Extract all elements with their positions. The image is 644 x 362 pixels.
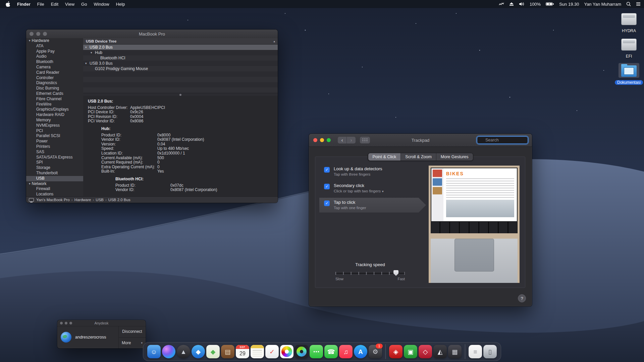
sidebar-item-bluetooth[interactable]: Bluetooth xyxy=(26,59,83,65)
dock-dark-app-2-icon[interactable]: ▦ xyxy=(448,345,462,358)
desktop-icon-dokumentasi[interactable]: Dokumentasi xyxy=(614,63,644,85)
dock-document-icon[interactable]: ≡ xyxy=(469,345,482,358)
disclosure-triangle-icon[interactable]: ▾ xyxy=(91,51,95,54)
show-all-preferences-button[interactable] xyxy=(360,137,370,143)
dock-red-app-2-icon[interactable]: ◇ xyxy=(419,345,432,358)
sidebar-item-camera[interactable]: Camera xyxy=(26,65,83,70)
sidebar-item-audio[interactable]: Audio xyxy=(26,54,83,59)
back-button[interactable]: ‹ xyxy=(338,137,347,143)
minimize-button[interactable] xyxy=(65,322,67,324)
dock-finder-icon[interactable]: ☺ xyxy=(147,345,161,358)
dock-safari-icon[interactable]: ◆ xyxy=(192,345,205,358)
disclosure-triangle-icon[interactable]: ▾ xyxy=(29,38,31,44)
stats-icon[interactable] xyxy=(499,2,504,6)
dock-messages-icon[interactable]: ⋯ xyxy=(310,345,323,358)
volume-icon[interactable] xyxy=(519,2,525,6)
help-button[interactable]: ? xyxy=(518,294,526,302)
dock-photos-icon[interactable] xyxy=(280,345,293,358)
close-button[interactable] xyxy=(313,138,317,142)
sidebar-item-nvmexpress[interactable]: NVMExpress xyxy=(26,123,83,128)
option-look-up-data-detectors[interactable]: ✓Look up & data detectorsTap with three … xyxy=(319,164,427,179)
dock-colorful-app-icon[interactable] xyxy=(295,345,308,358)
desktop-icon-efi[interactable]: EFI xyxy=(614,38,644,59)
dock-siri-icon[interactable] xyxy=(162,345,175,358)
sidebar-item-pci[interactable]: PCI xyxy=(26,128,83,134)
menu-file[interactable]: File xyxy=(37,2,44,7)
sidebar-item-graphics-displays[interactable]: Graphics/Displays xyxy=(26,107,83,112)
device-tree-row-usb-2-0-bus[interactable]: ▾USB 2.0 Bus xyxy=(83,45,278,50)
sidebar-item-spi[interactable]: SPI xyxy=(26,160,83,165)
close-button[interactable] xyxy=(30,32,34,36)
sidebar-group-network[interactable]: ▾Network xyxy=(26,181,83,187)
zoom-button[interactable] xyxy=(69,322,72,324)
sidebar-item-ethernet-cards[interactable]: Ethernet Cards xyxy=(26,91,83,97)
sidebar-item-memory[interactable]: Memory xyxy=(26,118,83,123)
breadcrumb-item[interactable]: USB 2.0 Bus xyxy=(108,198,130,202)
dock-green-app-icon[interactable]: ▣ xyxy=(404,345,417,358)
sidebar-item-usb[interactable]: USB xyxy=(26,176,83,181)
tracking-speed-slider[interactable] xyxy=(335,270,405,276)
checkbox-secondary-click[interactable]: ✓ xyxy=(324,184,330,189)
desktop-icon-hydra[interactable]: HYDRA xyxy=(614,12,644,34)
tab-scroll-zoom[interactable]: Scroll & Zoom xyxy=(401,153,436,161)
forward-button[interactable]: › xyxy=(347,137,356,143)
minimize-button[interactable] xyxy=(36,32,40,36)
device-tree-row-hub[interactable]: ▾Hub xyxy=(83,50,278,55)
option-tap-to-click[interactable]: ✓Tap to clickTap with one finger xyxy=(319,198,426,213)
sidebar-group-hardware[interactable]: ▾Hardware xyxy=(26,38,83,44)
sidebar-item-controller[interactable]: Controller xyxy=(26,75,83,81)
menu-clock[interactable]: Sun 19.30 xyxy=(559,2,579,7)
dock-system-preferences-icon[interactable]: ⚙1 xyxy=(369,345,382,358)
dock-maps-icon[interactable]: ◆ xyxy=(206,345,220,358)
sidebar-item-diagnostics[interactable]: Diagnostics xyxy=(26,80,83,86)
breadcrumb-item[interactable]: Yan's MacBook Pro xyxy=(36,198,70,202)
sidebar-item-power[interactable]: Power xyxy=(26,139,83,144)
fast-user-switch-name[interactable]: Yan Yan Muharram xyxy=(584,2,621,7)
search-input[interactable] xyxy=(477,136,528,144)
sidebar-item-parallel-scsi[interactable]: Parallel SCSI xyxy=(26,133,83,139)
sidebar-item-locations[interactable]: Locations xyxy=(26,192,83,197)
window-toolbar[interactable]: ‹ › Trackpad xyxy=(309,134,532,147)
more-button[interactable]: More ▾ xyxy=(119,338,146,349)
device-tree-header[interactable]: USB Device Tree ▴ xyxy=(83,38,278,45)
menu-go[interactable]: Go xyxy=(81,2,87,7)
dock-trash-icon[interactable]: ▯ xyxy=(483,345,497,358)
disclosure-triangle-icon[interactable]: ▾ xyxy=(85,62,90,65)
menu-edit[interactable]: Edit xyxy=(51,2,58,7)
sidebar-item-firewall[interactable]: Firewall xyxy=(26,186,83,192)
disconnect-button[interactable]: Disconnect xyxy=(119,326,146,338)
device-tree-row-g102-prodigy-gaming-mouse[interactable]: G102 Prodigy Gaming Mouse xyxy=(83,66,278,71)
checkbox-look-up-data-detectors[interactable]: ✓ xyxy=(324,167,330,173)
zoom-button[interactable] xyxy=(43,32,47,36)
close-button[interactable] xyxy=(60,322,63,324)
breadcrumb-item[interactable]: USB xyxy=(96,198,104,202)
tab-point-click[interactable]: Point & Click xyxy=(368,153,401,161)
dock-phone-app-icon[interactable]: ☎ xyxy=(324,345,338,358)
sidebar-item-storage[interactable]: Storage xyxy=(26,165,83,171)
zoom-button[interactable] xyxy=(327,138,331,142)
sidebar-item-ata[interactable]: ATA xyxy=(26,44,83,49)
trackpad-demo-video[interactable]: BIKES xyxy=(429,166,520,283)
dock-books-icon[interactable]: ▤ xyxy=(221,345,234,358)
sidebar-item-hardware-raid[interactable]: Hardware RAID xyxy=(26,112,83,118)
option-secondary-click[interactable]: ✓Secondary clickClick or tap with two fi… xyxy=(319,181,427,196)
window-titlebar[interactable]: MacBook Pro xyxy=(26,29,278,39)
device-tree-row-bluetooth-hci[interactable]: Bluetooth HCI xyxy=(83,55,278,61)
menu-help[interactable]: Help xyxy=(116,2,125,7)
dock-music-icon[interactable]: ♫ xyxy=(339,345,353,358)
dock-red-app-1-icon[interactable]: ◈ xyxy=(389,345,402,358)
spotlight-search-icon[interactable] xyxy=(626,2,631,6)
dock-dark-app-1-icon[interactable]: ◭ xyxy=(433,345,447,358)
dock-calendar-icon[interactable]: SEP29 xyxy=(236,345,249,358)
minimize-button[interactable] xyxy=(320,138,324,142)
menu-finder[interactable]: Finder xyxy=(17,2,31,7)
slider-thumb[interactable] xyxy=(393,270,398,276)
checkbox-tap-to-click[interactable]: ✓ xyxy=(324,200,330,206)
disclosure-triangle-icon[interactable]: ▾ xyxy=(29,181,31,187)
sidebar-item-thunderbolt[interactable]: Thunderbolt xyxy=(26,171,83,176)
sidebar-item-sata-sata-express[interactable]: SATA/SATA Express xyxy=(26,155,83,160)
sidebar-item-sas[interactable]: SAS xyxy=(26,149,83,155)
apple-menu-icon[interactable] xyxy=(5,1,10,7)
dock-app-store-icon[interactable]: A xyxy=(354,345,367,358)
menu-window[interactable]: Window xyxy=(94,2,109,7)
